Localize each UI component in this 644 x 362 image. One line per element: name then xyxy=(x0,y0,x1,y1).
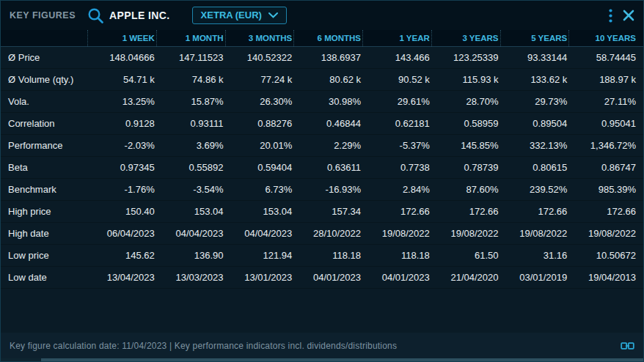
table-cell: 10.50672 xyxy=(568,250,637,261)
table-cell: 21/04/2020 xyxy=(431,272,500,283)
table-header-empty xyxy=(1,30,87,46)
row-label: High price xyxy=(1,206,87,217)
table-cell: 26.30% xyxy=(225,96,294,107)
options-menu-button[interactable] xyxy=(609,9,612,23)
table-cell: 13/01/2023 xyxy=(225,272,294,283)
table-cell: 0.78739 xyxy=(431,162,500,173)
horizontal-scrollbar-track xyxy=(1,358,643,361)
table-row: Low price 145.62136.90121.94118.18118.18… xyxy=(1,245,643,267)
table-cell: 0.63611 xyxy=(293,162,362,173)
table-cell: 0.80615 xyxy=(500,162,569,173)
column-header: 1 MONTH xyxy=(156,30,225,46)
table-cell: 19/08/2022 xyxy=(568,228,637,239)
table-row: High price 150.40153.04153.04157.34172.6… xyxy=(1,201,643,223)
column-header: 10 YEARS xyxy=(568,30,637,46)
table-cell: 28/10/2022 xyxy=(293,228,362,239)
table-cell: 29.61% xyxy=(362,96,431,107)
table-cell: 13/04/2023 xyxy=(87,272,156,283)
column-header: 1 YEAR xyxy=(362,30,431,46)
table-body: Ø Price 148.04666147.11523140.52322138.6… xyxy=(1,47,643,289)
table-cell: 118.18 xyxy=(293,250,362,261)
table-cell: 138.6937 xyxy=(293,52,362,63)
table-cell: 136.90 xyxy=(156,250,225,261)
search-button[interactable] xyxy=(87,7,104,24)
table-cell: 143.466 xyxy=(362,52,431,63)
table-cell: -5.37% xyxy=(362,140,431,151)
chevron-down-icon xyxy=(268,12,278,18)
table-cell: 20.01% xyxy=(225,140,294,151)
table-row: Benchmark -1.76%-3.54%6.73%-16.93%2.84%8… xyxy=(1,179,643,201)
row-label: Low price xyxy=(1,250,87,261)
table-cell: 28.70% xyxy=(431,96,500,107)
table-row: Vola. 13.25%15.87%26.30%30.98%29.61%28.7… xyxy=(1,91,643,113)
row-label: Beta xyxy=(1,162,87,173)
row-label: Ø Price xyxy=(1,52,87,63)
table-cell: 19/08/2022 xyxy=(431,228,500,239)
horizontal-scrollbar-thumb[interactable] xyxy=(41,358,643,361)
row-label: Performance xyxy=(1,140,87,151)
table-cell: 0.59404 xyxy=(225,162,294,173)
table-cell: 06/04/2023 xyxy=(87,228,156,239)
table-cell: 29.73% xyxy=(500,96,569,107)
table-row: Correlation 0.91280.931110.882760.468440… xyxy=(1,113,643,135)
table-cell: 1,346.72% xyxy=(568,140,637,151)
table-cell: 188.97 k xyxy=(568,74,637,85)
link-windows-button[interactable] xyxy=(621,341,634,351)
table-cell: 148.04666 xyxy=(87,52,156,63)
table-cell: 985.39% xyxy=(568,184,637,195)
table-cell: 87.60% xyxy=(431,184,500,195)
table-cell: 15.87% xyxy=(156,96,225,107)
table-cell: 0.97345 xyxy=(87,162,156,173)
table-cell: 123.25339 xyxy=(431,52,500,63)
table-cell: 0.89504 xyxy=(500,118,569,129)
table-cell: 172.66 xyxy=(568,206,637,217)
exchange-select-value: XETRA (EUR) xyxy=(201,10,262,21)
table-cell: 150.40 xyxy=(87,206,156,217)
table-cell: 58.74445 xyxy=(568,52,637,63)
table-cell: 04/04/2023 xyxy=(156,228,225,239)
table-row: Low date 13/04/202313/03/202313/01/20230… xyxy=(1,267,643,289)
row-label: Ø Volume (qty.) xyxy=(1,74,87,85)
table-cell: 153.04 xyxy=(225,206,294,217)
close-icon xyxy=(623,10,634,21)
table-cell: 0.9128 xyxy=(87,118,156,129)
table-cell: 90.52 k xyxy=(362,74,431,85)
table-cell: 172.66 xyxy=(431,206,500,217)
table-row: Ø Price 148.04666147.11523140.52322138.6… xyxy=(1,47,643,69)
table-cell: 0.46844 xyxy=(293,118,362,129)
exchange-select[interactable]: XETRA (EUR) xyxy=(192,7,287,24)
table-cell: 61.50 xyxy=(431,250,500,261)
column-header: 3 MONTHS xyxy=(225,30,294,46)
search-icon xyxy=(87,7,104,24)
instrument-name: APPLE INC. xyxy=(109,10,170,21)
table-cell: 145.62 xyxy=(87,250,156,261)
widget-header-bar: KEY FIGURES APPLE INC. XETRA (EUR) xyxy=(1,1,643,30)
table-cell: 04/01/2023 xyxy=(362,272,431,283)
table-cell: 332.13% xyxy=(500,140,569,151)
table-cell: 19/08/2022 xyxy=(500,228,569,239)
table-cell: 0.62181 xyxy=(362,118,431,129)
table-cell: 115.93 k xyxy=(431,74,500,85)
key-figures-widget: KEY FIGURES APPLE INC. XETRA (EUR) xyxy=(0,0,644,362)
table-cell: 74.86 k xyxy=(156,74,225,85)
table-cell: 13/03/2023 xyxy=(156,272,225,283)
table-cell: 133.62 k xyxy=(500,74,569,85)
table-header-row: 1 WEEK1 MONTH3 MONTHS6 MONTHS1 YEAR3 YEA… xyxy=(1,30,643,47)
table-cell: 2.29% xyxy=(293,140,362,151)
kebab-menu-icon xyxy=(609,9,612,23)
table-cell: 239.52% xyxy=(500,184,569,195)
table-row: Performance -2.03%3.69%20.01%2.29%-5.37%… xyxy=(1,135,643,157)
table-cell: 0.95041 xyxy=(568,118,637,129)
table-cell: 3.69% xyxy=(156,140,225,151)
table-cell: 13.25% xyxy=(87,96,156,107)
table-cell: 31.16 xyxy=(500,250,569,261)
close-button[interactable] xyxy=(623,10,634,21)
row-label: Vola. xyxy=(1,96,87,107)
table-cell: 93.33144 xyxy=(500,52,569,63)
table-cell: 0.55892 xyxy=(156,162,225,173)
row-label: Correlation xyxy=(1,118,87,129)
footer-bar: Key figure calculation date: 11/04/2023 … xyxy=(1,333,643,358)
table-cell: 03/01/2019 xyxy=(500,272,569,283)
table-cell: 172.66 xyxy=(500,206,569,217)
table-cell: 0.7738 xyxy=(362,162,431,173)
